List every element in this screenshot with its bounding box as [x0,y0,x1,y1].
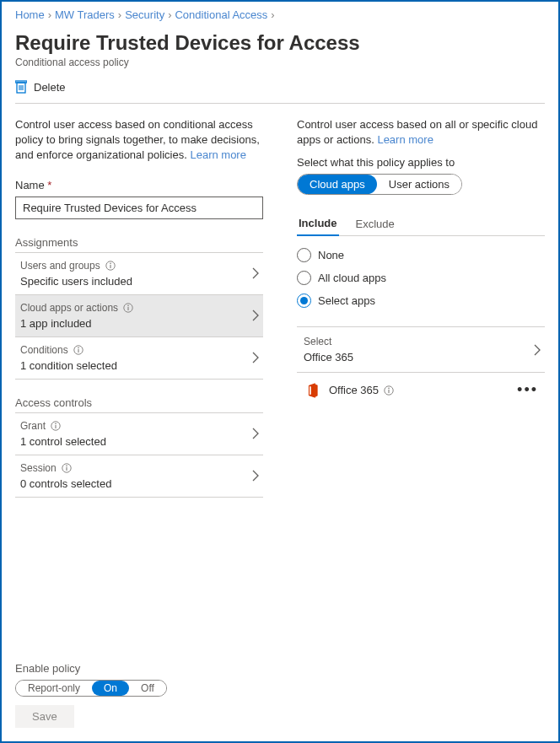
page-title: Require Trusted Devices for Access [15,31,545,55]
svg-rect-16 [55,425,56,428]
apps-intro-text: Control user access based on all or spec… [297,117,545,148]
info-icon[interactable] [62,463,72,473]
toggle-report-only[interactable]: Report-only [16,681,92,696]
policy-intro-text: Control user access based on conditional… [15,117,263,164]
chevron-right-icon [251,427,260,440]
radio-none-label: None [318,249,344,261]
breadcrumb-home[interactable]: Home [15,8,45,21]
learn-more-link[interactable]: Learn more [190,148,245,161]
office-365-icon [305,383,320,398]
selected-app-name: Office 365 [329,384,379,396]
chevron-right-icon [251,469,260,482]
toggle-off[interactable]: Off [129,681,166,696]
svg-rect-10 [127,307,128,310]
trash-icon [15,80,27,94]
radio-select-apps[interactable]: Select apps [297,293,545,308]
info-icon[interactable] [384,385,394,396]
row-grant-label: Grant [20,420,46,432]
enable-policy-toggle: Report-only On Off [15,680,167,697]
delete-button[interactable]: Delete [15,80,66,94]
svg-rect-1 [15,81,27,83]
row-users-label: Users and groups [20,260,100,272]
svg-point-24 [388,387,390,389]
svg-point-12 [78,347,79,348]
row-conditions[interactable]: Conditions 1 condition selected [15,337,263,380]
info-icon[interactable] [73,345,83,355]
select-label: Select [304,336,353,347]
svg-point-18 [66,465,67,466]
svg-point-15 [55,423,57,424]
save-button[interactable]: Save [15,705,74,728]
row-grant-value: 1 control selected [20,435,106,448]
section-access-controls: Access controls [15,396,263,413]
toggle-on[interactable]: On [92,681,129,696]
page-subtitle: Conditional access policy [15,57,545,68]
breadcrumb-security[interactable]: Security [125,8,164,21]
chevron-right-icon: › [48,8,51,21]
selected-app-row: Office 365 ••• [297,373,545,407]
learn-more-link[interactable]: Learn more [377,133,433,146]
svg-rect-19 [66,467,67,471]
chevron-right-icon [533,343,541,357]
radio-all-cloud-apps[interactable]: All cloud apps [297,271,545,285]
tab-include[interactable]: Include [297,212,339,236]
breadcrumb-conditional-access[interactable]: Conditional Access [175,8,267,21]
breadcrumb-mw-traders[interactable]: MW Traders [55,8,115,21]
breadcrumb: Home › MW Traders › Security › Condition… [15,5,545,21]
enable-policy-label: Enable policy [15,662,545,675]
radio-all-label: All cloud apps [318,272,386,284]
policy-name-input[interactable] [15,197,263,219]
svg-rect-25 [388,390,389,393]
svg-point-6 [110,262,111,264]
chevron-right-icon [251,309,260,322]
radio-none[interactable]: None [297,248,545,262]
row-cond-label: Conditions [20,344,68,356]
row-session-label: Session [20,462,57,474]
segmented-cloud-apps[interactable]: Cloud apps [298,175,377,194]
svg-point-9 [127,304,129,306]
select-apps-row[interactable]: Select Office 365 [297,327,545,373]
chevron-right-icon [251,267,260,280]
row-cond-value: 1 condition selected [20,359,117,372]
row-session[interactable]: Session 0 controls selected [15,455,263,498]
section-assignments: Assignments [15,236,263,253]
info-icon[interactable] [51,421,61,431]
chevron-right-icon: › [271,8,274,21]
segmented-user-actions[interactable]: User actions [377,175,461,194]
chevron-right-icon: › [168,8,171,21]
row-apps-value: 1 app included [20,317,133,330]
chevron-right-icon: › [118,8,121,21]
more-actions-button[interactable]: ••• [514,381,541,399]
tab-exclude[interactable]: Exclude [354,212,396,235]
include-exclude-tabs: Include Exclude [297,212,545,236]
select-value: Office 365 [304,351,353,363]
applies-to-segmented: Cloud apps User actions [297,174,462,195]
row-users-value: Specific users included [20,275,132,288]
applies-to-label: Select what this policy applies to [297,156,545,169]
row-grant[interactable]: Grant 1 control selected [15,413,263,455]
svg-rect-7 [110,265,110,268]
radio-select-label: Select apps [318,294,375,307]
delete-button-label: Delete [34,81,66,94]
chevron-right-icon [251,351,260,364]
info-icon[interactable] [105,261,116,271]
info-icon[interactable] [123,303,133,313]
svg-marker-21 [315,384,317,397]
row-apps-label: Cloud apps or actions [20,302,118,314]
row-cloud-apps[interactable]: Cloud apps or actions 1 app included [15,295,263,337]
row-session-value: 0 controls selected [20,477,111,490]
svg-rect-13 [78,349,78,353]
row-users-and-groups[interactable]: Users and groups Specific users included [15,253,263,295]
name-field-label: Name * [15,179,263,191]
